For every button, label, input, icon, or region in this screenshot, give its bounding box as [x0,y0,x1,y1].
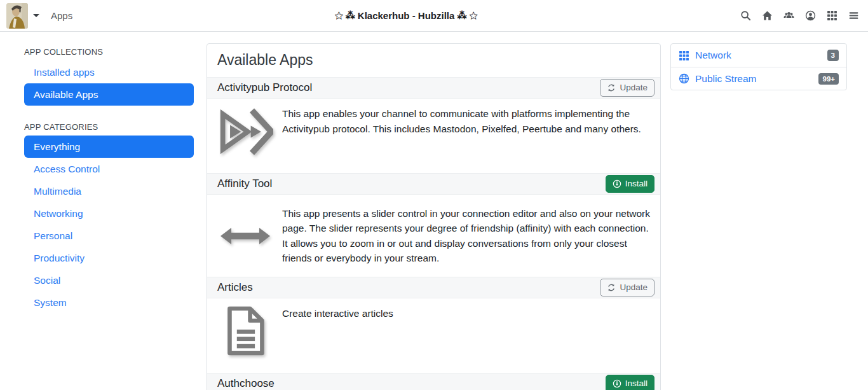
app-name: Articles [217,281,600,294]
right-sidebar: Network 3 Public Stream 99+ [670,43,847,90]
button-label: Install [625,378,648,389]
app-section-header: Activitypub Protocol Update [207,77,660,99]
app-section-body: This app presents a slider control in yo… [207,195,660,277]
public-stream-label: Public Stream [695,73,818,85]
activitypub-logo-icon [217,106,273,157]
sidebar-item-networking[interactable]: Networking [24,202,194,225]
app-section-header: Authchoose Install [207,373,660,390]
public-stream-link[interactable]: Public Stream 99+ [671,67,846,90]
nav-apps-menu[interactable]: Apps [51,10,72,21]
globe-icon [679,73,689,84]
sidebar-item-personal[interactable]: Personal [24,225,194,247]
menu-icon[interactable] [848,10,859,22]
button-label: Install [625,178,648,190]
connections-icon[interactable] [783,10,794,22]
app-collections-header: APP COLLECTIONS [24,47,194,57]
double-headed-arrow-icon [217,225,273,247]
sidebar-item-multimedia[interactable]: Multimedia [24,180,194,202]
account-icon[interactable] [804,10,816,22]
left-sidebar: APP COLLECTIONS Installed apps Available… [24,43,194,314]
app-section-header: Articles Update [207,277,660,298]
app-section-header: Affinity Tool Install [207,173,660,195]
install-button[interactable]: Install [606,375,654,390]
app-name: Activitypub Protocol [217,81,600,94]
notifications-widget: Network 3 Public Stream 99+ [670,43,847,90]
available-apps-panel: Available Apps Activitypub Protocol Upda… [207,43,661,390]
chevron-down-icon[interactable] [33,14,39,17]
button-label: Update [620,282,648,293]
update-button[interactable]: Update [600,79,654,97]
apps-grid-icon[interactable] [826,10,837,22]
top-navbar: Apps ✩ ⁂ Klackerhub - Hubzilla ⁂ ✩ [0,0,868,32]
grid-icon [679,50,689,61]
document-icon [217,306,273,356]
refresh-icon [607,283,616,292]
arrow-down-circle-icon [613,179,621,188]
sidebar-item-access-control[interactable]: Access Control [24,158,194,180]
channel-avatar[interactable] [6,3,28,29]
navbar-left: Apps [6,3,72,29]
arrow-down-circle-icon [613,379,621,388]
site-banner: ✩ ⁂ Klackerhub - Hubzilla ⁂ ✩ [72,10,740,22]
refresh-icon [607,83,616,92]
app-name: Affinity Tool [217,178,606,190]
button-label: Update [620,82,648,94]
page-title: Available Apps [207,44,660,77]
network-link[interactable]: Network 3 [671,44,846,67]
install-button[interactable]: Install [606,175,654,193]
network-count-badge: 3 [827,50,839,61]
sidebar-item-everything[interactable]: Everything [24,136,194,158]
page-layout: APP COLLECTIONS Installed apps Available… [0,32,868,390]
app-name: Authchoose [217,377,606,390]
navbar-icons [740,10,859,22]
network-label: Network [695,50,827,61]
sidebar-item-productivity[interactable]: Productivity [24,247,194,269]
sidebar-item-available-apps[interactable]: Available Apps [24,83,194,106]
app-section-body: This app enables your channel to communi… [207,99,660,173]
search-icon[interactable] [740,10,751,22]
app-description: This app enables your channel to communi… [282,106,650,136]
app-description: This app presents a slider control in yo… [282,206,650,266]
app-description: Create interactive articles [282,306,393,321]
update-button[interactable]: Update [600,279,654,296]
sidebar-item-social[interactable]: Social [24,269,194,291]
sidebar-item-system[interactable]: System [24,291,194,314]
public-stream-count-badge: 99+ [818,73,839,85]
main-content: Available Apps Activitypub Protocol Upda… [207,43,661,390]
app-section-body: Create interactive articles [207,298,660,373]
app-categories-header: APP CATEGORIES [24,122,194,132]
home-icon[interactable] [761,10,773,22]
sidebar-item-installed-apps[interactable]: Installed apps [24,61,194,83]
